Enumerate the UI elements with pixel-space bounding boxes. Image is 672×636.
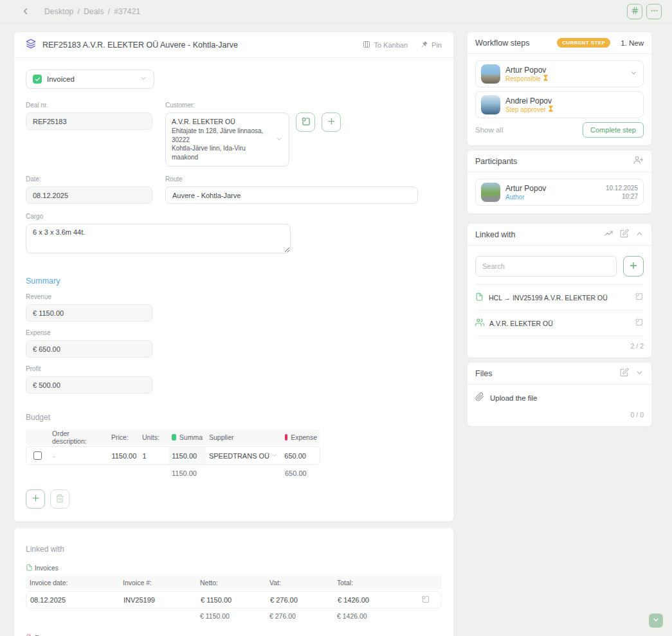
collapse-icon[interactable] [635,230,644,240]
search-input[interactable] [475,256,617,277]
breadcrumb: Desktop / Deals / #37421 [44,7,140,16]
avatar [481,64,500,84]
budget-cell-order-description[interactable]: - [50,447,109,464]
open-customer-card-button[interactable] [296,113,315,132]
complete-step-button[interactable]: Complete step [583,122,644,138]
edit-icon[interactable] [620,229,629,240]
invoices-totals-row: € 1150.00 € 276.00 € 1426.00 [26,608,442,624]
budget-row-checkbox[interactable] [33,451,42,460]
deal-card: REF25183 A.V.R. ELEKTER OÜ Auvere - Koht… [14,32,453,522]
deal-nr-field[interactable] [26,113,152,130]
status-value: Invoiced [47,75,75,83]
invoice-cell-nr: INV25199 [120,596,197,604]
budget-heading: Budget [26,413,442,422]
plus-icon [327,116,336,128]
scroll-down-button[interactable] [649,613,663,628]
invoices-subheading: Invoices [26,564,442,572]
budget-row: - 1150.00 1 1150.00 SPEEDTRANS OÜ 650.00 [26,446,320,465]
upload-file-label: Upload the file [490,394,538,402]
profit-field[interactable] [26,376,152,394]
hourglass-icon [543,75,549,82]
linked-item-label: A.V.R. ELEKTER OÜ [489,320,629,327]
linked-item-invoice[interactable]: HCL → INV25199 A.V.R. ELEKTER OÜ [475,285,644,311]
cargo-field[interactable]: 6 x 3 x 3.6m 44t. [26,224,291,253]
kanban-icon [363,41,370,50]
participant-timestamp: 10.12.2025 10:27 [606,184,638,201]
workflow-user-step-approver[interactable]: Andrei Popov Step approver [475,91,644,118]
ellipsis-icon [650,6,658,17]
activity-icon[interactable] [604,229,613,241]
expand-icon[interactable] [635,368,644,379]
chevron-down-icon [652,616,660,626]
invoice-row[interactable]: 08.12.2025 INV25199 € 1150.00 € 276.00 €… [26,591,442,608]
breadcrumb-item-deals[interactable]: Deals [84,7,104,16]
linked-counter: 2 / 2 [475,336,644,350]
more-button[interactable] [646,4,662,19]
user-role: Step approver [505,106,546,113]
breadcrumb-item-desktop[interactable]: Desktop [44,7,73,16]
add-user-icon[interactable] [633,155,644,167]
avatar [481,95,500,114]
linked-with-heading: Linked with [26,545,442,554]
hash-button[interactable] [627,4,642,19]
invoices-header-total: Total: [333,579,408,586]
route-field[interactable] [165,186,418,204]
workflow-steps-header: Workflow steps CURRENT STEP 1. New [468,32,651,54]
breadcrumb-separator: / [77,7,80,16]
linked-item-company[interactable]: A.V.R. ELEKTER OÜ [475,311,644,336]
delete-budget-row-button[interactable] [50,489,69,509]
expense-field[interactable] [26,340,152,358]
participant-author[interactable]: Artur Popov Author 10.12.2025 10:27 [475,179,644,206]
supplier-select[interactable]: SPEEDTRANS OÜ [209,452,278,460]
budget-header-units: Units: [139,430,168,445]
paperclip-icon [475,392,484,404]
pin-button[interactable]: Pin [421,41,442,50]
open-invoice-card-icon[interactable] [421,594,430,605]
users-icon [475,318,484,329]
budget-cell-units[interactable]: 1 [139,447,168,464]
expense-marker-icon [285,434,287,441]
invoice-cell-netto: € 1150.00 [197,596,266,604]
hourglass-icon [548,105,554,113]
customer-label: Customer: [165,102,341,109]
show-all-link[interactable]: Show all [475,126,503,134]
budget-totals-row: 1150.00 650.00 [26,465,320,482]
route-label: Route [165,176,418,183]
invoices-header-netto: Netto: [196,579,266,586]
trash-icon [55,494,64,505]
revenue-field[interactable] [26,304,152,322]
budget-cell-price[interactable]: 1150.00 [108,447,139,464]
revenue-label: Revenue [26,293,152,300]
add-budget-row-button[interactable] [26,489,45,509]
status-select[interactable]: Invoiced [26,69,154,89]
file-icon [475,292,484,304]
workflow-steps-title: Workflow steps [475,39,530,48]
deal-layers-icon [26,39,36,51]
edit-icon[interactable] [620,368,629,379]
customer-select[interactable]: A.V.R. ELEKTER OÜ Ehitajate tn 128, Järv… [165,113,289,167]
user-name: Andrei Popov [505,96,554,105]
status-check-icon [33,75,42,84]
user-name: Artur Popov [505,184,546,193]
chevron-down-icon[interactable] [630,68,638,80]
budget-cell-expense[interactable]: 650.00 [281,447,320,464]
expense-label: Expense [26,329,152,336]
upload-file-button[interactable]: Upload the file [475,388,644,405]
add-customer-button[interactable] [322,113,341,132]
linked-with-title: Linked with [475,230,516,239]
summary-heading: Summary [26,277,442,286]
add-link-button[interactable] [623,256,644,277]
user-name: Artur Popov [505,66,549,75]
to-kanban-button[interactable]: To Kanban [363,41,408,50]
deal-header: REF25183 A.V.R. ELEKTER OÜ Auvere - Koht… [14,32,453,58]
open-card-icon[interactable] [634,317,644,329]
date-label: Date: [26,176,152,183]
date-field[interactable] [26,186,152,204]
customer-address-line1: Ehitajate tn 128, Järve linnaosa, 30222 [172,127,271,144]
workflow-user-responsible[interactable]: Artur Popov Responsible [475,60,644,87]
back-icon[interactable] [21,6,30,16]
chevron-down-icon [271,452,278,460]
linked-item-label: HCL → INV25199 A.V.R. ELEKTER OÜ [489,294,629,302]
budget-header-price: Price: [108,430,139,445]
open-card-icon[interactable] [634,291,644,304]
